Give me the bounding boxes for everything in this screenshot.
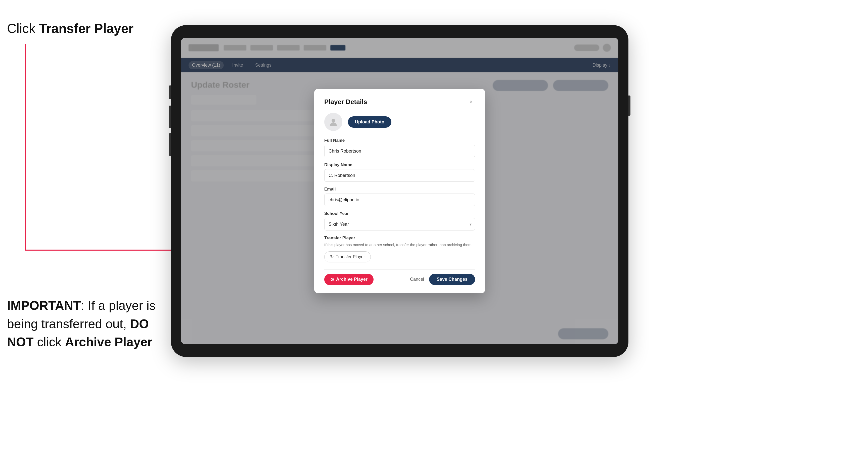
important-label: IMPORTANT [7,299,81,313]
tablet-device: Overview (11) Invite Settings Display ↓ … [171,25,628,357]
modal-title: Player Details [324,98,367,106]
email-label: Email [324,187,475,192]
display-name-group: Display Name [324,162,475,182]
tablet-mute-button [169,86,171,99]
email-group: Email [324,187,475,206]
archive-ref-label: Archive Player [65,335,152,349]
instruction-bold: Transfer Player [39,21,133,36]
transfer-button-label: Transfer Player [336,254,365,259]
transfer-player-button[interactable]: ↻ Transfer Player [324,251,371,262]
school-year-select[interactable]: First Year Second Year Third Year Fourth… [324,218,475,230]
modal-close-button[interactable]: × [467,98,475,106]
upload-photo-button[interactable]: Upload Photo [348,116,392,128]
display-name-input[interactable] [324,169,475,182]
modal-footer: ⊘ Archive Player Cancel Save Changes [324,270,475,285]
footer-right-actions: Cancel Save Changes [410,274,475,285]
transfer-icon: ↻ [330,254,334,260]
save-changes-button[interactable]: Save Changes [429,274,475,285]
instruction-bottom: IMPORTANT: If a player is being transfer… [7,297,163,351]
full-name-label: Full Name [324,138,475,143]
school-year-label: School Year [324,211,475,216]
cancel-button[interactable]: Cancel [410,277,424,282]
archive-icon: ⊘ [330,277,334,282]
school-year-group: School Year First Year Second Year Third… [324,211,475,230]
modal-overlay: Player Details × Upload Photo [181,38,618,344]
svg-point-0 [332,119,335,122]
full-name-group: Full Name [324,138,475,157]
archive-player-button[interactable]: ⊘ Archive Player [324,274,374,285]
instruction-prefix: Click [7,21,39,36]
instruction-top: Click Transfer Player [7,20,133,37]
email-input[interactable] [324,193,475,206]
transfer-section-title: Transfer Player [324,236,475,241]
instruction-text2: click [34,335,65,349]
tablet-volume-down-button [169,133,171,156]
tablet-volume-up-button [169,105,171,128]
transfer-player-section: Transfer Player If this player has moved… [324,236,475,262]
arrow-line-vertical [25,44,26,250]
archive-button-label: Archive Player [336,277,368,282]
tablet-power-button [628,95,630,116]
full-name-input[interactable] [324,145,475,157]
player-details-modal: Player Details × Upload Photo [314,89,485,293]
modal-header: Player Details × [324,98,475,106]
photo-row: Upload Photo [324,113,475,131]
avatar-placeholder [324,113,342,131]
display-name-label: Display Name [324,162,475,167]
transfer-section-description: If this player has moved to another scho… [324,242,475,248]
school-year-select-wrap: First Year Second Year Third Year Fourth… [324,218,475,230]
tablet-screen: Overview (11) Invite Settings Display ↓ … [181,38,618,344]
